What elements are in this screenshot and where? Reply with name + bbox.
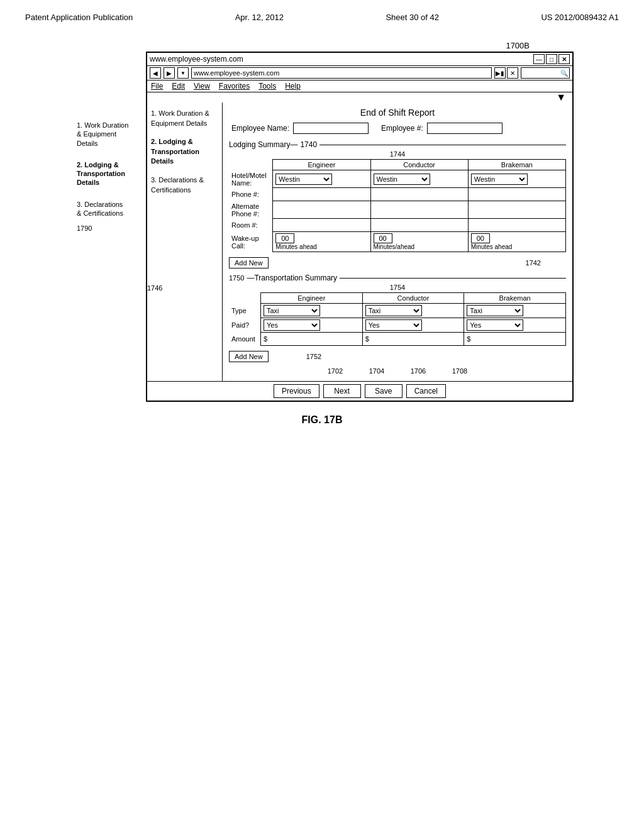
cell-paid-conductor: YesNo (362, 318, 464, 333)
input-altphone-engineer[interactable] (275, 205, 367, 215)
patent-sheet: Sheet 30 of 42 (386, 13, 439, 22)
cell-amount-brakeman: $ (464, 333, 566, 346)
lodging-add-new-button[interactable]: Add New (229, 257, 269, 268)
cell-wakeup-conductor: Minutes/ahead (370, 232, 468, 252)
label-hotel: Hotel/MotelName: (229, 170, 273, 188)
lodging-add-row: Add New 1742 (229, 255, 566, 271)
previous-button[interactable]: Previous (274, 384, 319, 398)
minimize-button[interactable]: ― (533, 54, 545, 64)
annot-1706: 1706 (399, 367, 437, 375)
forward-button[interactable]: ▶ (164, 67, 175, 79)
table-row: Type TaxiBusCar Taxi (229, 304, 566, 318)
annot-work-duration: 1. Work Duration& EquipmentDetails (77, 121, 140, 148)
employee-num-input[interactable] (427, 123, 502, 134)
input-room-brakeman[interactable] (471, 220, 563, 230)
cell-amount-conductor: $ (362, 333, 464, 346)
input-altphone-conductor[interactable] (374, 205, 465, 215)
cell-wakeup-brakeman: Minutes ahead (468, 232, 565, 252)
label-amount: Amount (229, 333, 260, 346)
browser-content: 1. Work Duration & Equipment Details 2. … (147, 102, 572, 381)
browser-titlebar: www.employee-system.com ― □ ✕ (147, 53, 572, 66)
cell-hotel-engineer: WestinHiltonMarriott (273, 170, 370, 188)
input-room-engineer[interactable] (275, 220, 367, 230)
employee-name-input[interactable] (293, 123, 369, 134)
transport-col-engineer: Engineer (260, 293, 362, 304)
menu-edit[interactable]: Edit (172, 82, 185, 91)
sidebar-label-declarations: 3. Declarations & Certifications (151, 176, 204, 194)
input-altphone-brakeman[interactable] (471, 205, 563, 215)
cell-type-brakeman: TaxiBusCar (464, 304, 566, 318)
sidebar-item-lodging[interactable]: 2. Lodging & Transportation Details (151, 137, 218, 167)
cell-phone-brakeman (468, 188, 565, 201)
annot-declarations: 3. Declarations& Certifications (77, 200, 140, 218)
select-type-brakeman[interactable]: TaxiBusCar (467, 305, 523, 316)
back-button[interactable]: ◀ (150, 67, 161, 79)
input-phone-conductor[interactable] (374, 189, 465, 199)
next-button[interactable]: Next (323, 384, 361, 398)
transport-add-new-button[interactable]: Add New (229, 351, 269, 362)
sidebar-item-declarations[interactable]: 3. Declarations & Certifications (151, 175, 218, 195)
select-paid-brakeman[interactable]: YesNo (467, 319, 523, 331)
input-amount-brakeman[interactable] (472, 334, 563, 344)
menu-view[interactable]: View (194, 82, 210, 91)
refresh-stop-icon[interactable]: ▶▮ (494, 67, 506, 79)
window-controls: ― □ ✕ (533, 54, 570, 64)
input-wakeup-brakeman[interactable] (471, 233, 490, 243)
dropdown-button[interactable]: ▼ (177, 67, 189, 79)
close-x-icon[interactable]: ✕ (507, 67, 518, 79)
select-type-engineer[interactable]: TaxiBusCar (264, 305, 320, 316)
cell-room-engineer (273, 219, 370, 232)
input-amount-conductor[interactable] (370, 334, 462, 344)
input-wakeup-conductor[interactable] (374, 233, 392, 243)
browser-menubar: File Edit View Favorites Tools Help (147, 80, 572, 92)
input-phone-brakeman[interactable] (471, 189, 563, 199)
col-header-conductor: Conductor (370, 160, 468, 170)
menu-help[interactable]: Help (285, 82, 301, 91)
label-phone: Phone #: (229, 188, 273, 201)
employee-row: Employee Name: Employee #: (229, 123, 566, 134)
menu-tools[interactable]: Tools (258, 82, 276, 91)
browser-window: www.employee-system.com ― □ ✕ ◀ ▶ ▼ (146, 52, 567, 402)
cell-wakeup-engineer: Minutes ahead (273, 232, 370, 252)
sidebar-item-work-duration[interactable]: 1. Work Duration & Equipment Details (151, 109, 218, 128)
close-button[interactable]: ✕ (558, 54, 570, 64)
select-paid-engineer[interactable]: YesNo (264, 319, 320, 331)
input-room-conductor[interactable] (374, 220, 465, 230)
annot-1752: 1752 (306, 353, 321, 360)
sidebar-label-lodging: 2. Lodging & Transportation Details (151, 138, 199, 165)
annot-1702: 1702 (316, 367, 354, 375)
search-button[interactable]: 🔍 (559, 68, 569, 78)
select-paid-conductor[interactable]: YesNo (365, 319, 422, 331)
menu-favorites[interactable]: Favorites (219, 82, 250, 91)
menu-file[interactable]: File (151, 82, 163, 91)
diagram-area: 1700B 1. Work Duration& EquipmentDetails… (77, 41, 567, 426)
minutes-label-engineer: Minutes ahead (275, 243, 317, 250)
table-row: Phone #: (229, 188, 566, 201)
maximize-button[interactable]: □ (546, 54, 557, 64)
label-1740: 1740 (300, 140, 317, 149)
input-wakeup-engineer[interactable] (275, 233, 294, 243)
select-hotel-brakeman[interactable]: WestinHiltonMarriott (471, 174, 528, 185)
page-wrapper: Patent Application Publication Apr. 12, … (0, 0, 644, 830)
transport-section-label: —Transportation Summary (247, 274, 340, 282)
cancel-button[interactable]: Cancel (406, 384, 446, 398)
input-amount-engineer[interactable] (269, 334, 360, 344)
patent-date: Apr. 12, 2012 (235, 13, 284, 22)
save-button[interactable]: Save (365, 384, 402, 398)
select-hotel-conductor[interactable]: WestinHiltonMarriott (374, 174, 430, 185)
label-alt-phone: AlternatePhone #: (229, 201, 273, 219)
table-row: Paid? YesNo YesNo (229, 318, 566, 333)
lodging-table: Engineer Conductor Brakeman Hotel/MotelN… (229, 159, 566, 252)
col-header-engineer: Engineer (273, 160, 370, 170)
input-phone-engineer[interactable] (275, 189, 367, 199)
label-wakeup: Wake-upCall: (229, 232, 273, 252)
dollar-sign-engineer: $ (264, 335, 267, 343)
browser-frame: www.employee-system.com ― □ ✕ ◀ ▶ ▼ (146, 52, 574, 402)
select-hotel-engineer[interactable]: WestinHiltonMarriott (275, 174, 332, 185)
address-input[interactable] (191, 67, 492, 79)
cell-phone-engineer (273, 188, 370, 201)
cell-hotel-brakeman: WestinHiltonMarriott (468, 170, 565, 188)
select-type-conductor[interactable]: TaxiBusCar (365, 305, 422, 316)
search-input[interactable] (521, 69, 559, 77)
annot-1742: 1742 (526, 259, 541, 267)
